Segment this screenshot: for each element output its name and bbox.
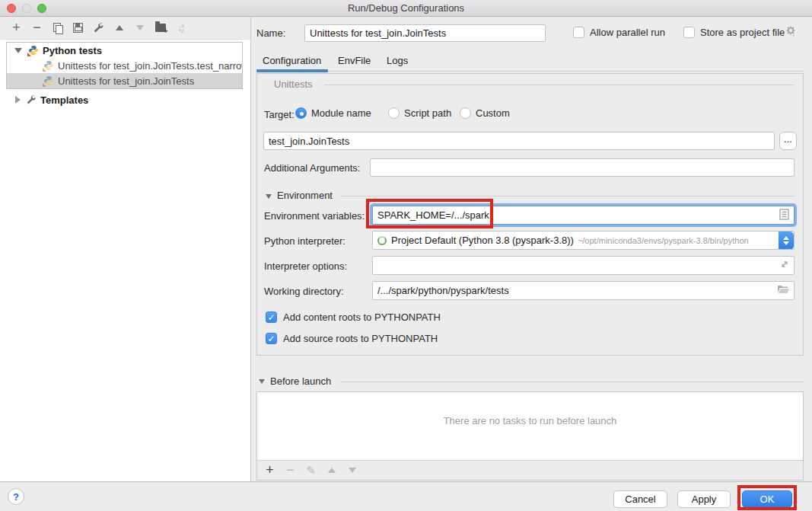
browse-target-button[interactable]: ... [779, 132, 797, 150]
before-launch-empty-text: There are no tasks to run before launch [257, 415, 803, 426]
before-launch-header[interactable]: Before launch [270, 375, 331, 387]
working-directory-label: Working directory: [264, 286, 344, 297]
collapse-caret-icon[interactable] [14, 48, 22, 53]
add-content-roots-checkbox[interactable]: ✓ Add content roots to PYTHONPATH [266, 311, 441, 323]
environment-collapse-icon[interactable] [266, 194, 272, 199]
tree-item-jointests-selected[interactable]: Unittests for test_join.JoinTests [7, 73, 242, 88]
tree-item-label: Templates [40, 94, 88, 106]
add-source-roots-checkbox[interactable]: ✓ Add source roots to PYTHONPATH [266, 333, 438, 344]
before-launch-toolbar: + − ✎ [257, 460, 803, 480]
additional-arguments-input[interactable] [370, 158, 794, 177]
radio-icon[interactable] [460, 107, 471, 119]
tree-item-python-tests[interactable]: Python tests [7, 43, 242, 58]
templates-icon [26, 94, 37, 105]
sort-configurations-icon[interactable]: ↓az [174, 21, 187, 34]
tab-envfile[interactable]: EnvFile [338, 55, 371, 66]
python-interpreter-select[interactable]: Project Default (Python 3.8 (pyspark-3.8… [372, 231, 794, 250]
apply-label: Apply [692, 493, 717, 505]
working-directory-value: /.../spark/python/pyspark/tests [377, 285, 509, 296]
before-launch-collapse-icon[interactable] [259, 379, 265, 384]
before-launch-panel: There are no tasks to run before launch … [256, 391, 804, 481]
copy-configuration-icon[interactable] [51, 21, 64, 34]
apply-button[interactable]: Apply [677, 490, 731, 508]
edit-templates-icon[interactable] [92, 21, 105, 34]
tabs-divider [328, 71, 804, 72]
save-configuration-icon[interactable] [72, 21, 84, 34]
environment-variables-input[interactable]: SPARK_HOME=/.../spark [372, 206, 794, 225]
tree-selection-box: Python tests Unittests for test_join.Joi… [6, 42, 243, 89]
remove-configuration-icon[interactable]: − [30, 21, 43, 34]
interpreter-dropdown-button[interactable] [779, 232, 794, 250]
unittest-config-icon [43, 75, 54, 86]
target-script-path-radio[interactable]: Script path [388, 107, 451, 119]
expand-caret-icon[interactable] [15, 96, 21, 104]
interpreter-options-label: Interpreter options: [264, 260, 347, 272]
target-label: Target: [264, 109, 295, 120]
interpreter-path: ~/opt/miniconda3/envs/pyspark-3.8/bin/py… [578, 236, 779, 245]
ok-label: OK [760, 493, 775, 505]
ok-button[interactable]: OK [742, 490, 792, 508]
radio-icon[interactable] [295, 107, 307, 119]
minimize-window-button [22, 4, 31, 13]
configuration-panel: Unittests Target: Module name Script pat… [256, 73, 804, 356]
tree-item-label: Python tests [43, 45, 102, 56]
move-up-icon[interactable] [113, 21, 126, 34]
python-interpreter-label: Python interpreter: [264, 235, 345, 247]
tab-logs[interactable]: Logs [387, 55, 408, 66]
move-task-down-icon[interactable] [345, 464, 358, 477]
close-window-button[interactable] [7, 4, 16, 13]
browse-ellipsis: ... [784, 133, 792, 145]
configurations-sidebar: + − ↓az Python tests [0, 17, 251, 481]
window-title: Run/Debug Configurations [348, 2, 464, 14]
add-task-icon[interactable]: + [263, 464, 276, 477]
store-as-project-file-label: Store as project file [700, 27, 785, 38]
script-path-label: Script path [404, 107, 451, 119]
checkbox-checked-icon[interactable]: ✓ [266, 333, 277, 344]
new-folder-icon[interactable] [154, 21, 167, 34]
active-tab-underline [256, 69, 328, 72]
python-tests-icon [28, 45, 39, 56]
store-as-project-file-checkbox[interactable]: Store as project file [683, 27, 785, 38]
name-value: Unittests for test_join.JoinTests [310, 27, 446, 39]
expand-field-icon[interactable] [780, 260, 789, 271]
environment-divider [341, 196, 794, 196]
target-value-input[interactable]: test_join.JoinTests [263, 132, 775, 150]
radio-icon[interactable] [388, 107, 400, 119]
name-label: Name: [256, 27, 285, 39]
unittests-group-title: Unittests [274, 78, 313, 90]
move-down-icon[interactable] [133, 21, 146, 34]
target-custom-radio[interactable]: Custom [460, 107, 510, 119]
add-configuration-icon[interactable]: + [10, 21, 23, 34]
tree-item-templates[interactable]: Templates [6, 92, 243, 107]
configuration-editor: Name: Unittests for test_join.JoinTests … [252, 17, 812, 481]
help-label: ? [13, 491, 19, 503]
conda-env-icon [377, 236, 387, 245]
cancel-button[interactable]: Cancel [613, 490, 667, 508]
checkbox-checked-icon[interactable]: ✓ [266, 311, 277, 323]
move-task-up-icon[interactable] [325, 464, 338, 477]
edit-env-vars-icon[interactable] [779, 209, 789, 222]
target-module-name-radio[interactable]: Module name [295, 107, 371, 119]
checkbox-icon[interactable] [573, 27, 584, 38]
additional-arguments-label: Additional Arguments: [264, 162, 360, 174]
title-bar: Run/Debug Configurations [0, 0, 812, 17]
tab-configuration[interactable]: Configuration [263, 55, 321, 66]
group-divider [324, 85, 794, 85]
environment-section-header[interactable]: Environment [277, 190, 333, 201]
tree-item-label: Unittests for test_join.JoinTests.test_n… [58, 60, 242, 72]
store-settings-gear-icon[interactable] [785, 25, 797, 40]
browse-folder-icon[interactable] [778, 285, 789, 296]
interpreter-options-input[interactable] [372, 256, 794, 275]
tree-item-test-narrow[interactable]: Unittests for test_join.JoinTests.test_n… [7, 58, 242, 73]
allow-parallel-run-checkbox[interactable]: Allow parallel run [573, 27, 665, 38]
remove-task-icon[interactable]: − [284, 464, 297, 477]
zoom-window-button[interactable] [37, 4, 46, 13]
environment-variables-label: Environment variables: [264, 210, 365, 222]
name-input[interactable]: Unittests for test_join.JoinTests [304, 24, 546, 42]
edit-task-icon[interactable]: ✎ [304, 464, 317, 477]
checkbox-icon[interactable] [683, 27, 695, 38]
interpreter-value: Project Default (Python 3.8 (pyspark-3.8… [391, 235, 574, 246]
help-button[interactable]: ? [8, 488, 24, 505]
dialog-footer: ? Cancel Apply OK [0, 481, 812, 511]
working-directory-input[interactable]: /.../spark/python/pyspark/tests [372, 281, 794, 300]
